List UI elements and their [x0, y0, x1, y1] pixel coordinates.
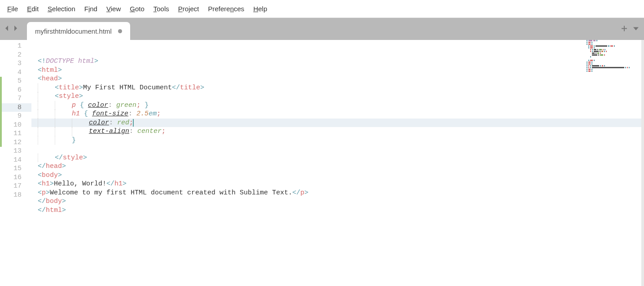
code-line[interactable]: <p>Welcome to my first HTML document cre…	[31, 189, 644, 198]
tab-dropdown-icon[interactable]	[632, 25, 640, 33]
line-number[interactable]: 16	[2, 173, 31, 182]
line-number[interactable]: 12	[2, 138, 31, 147]
code-line[interactable]: text-align: center;	[31, 127, 644, 136]
line-number[interactable]: 15	[2, 164, 31, 173]
menu-preferences[interactable]: Preferences	[203, 2, 249, 15]
vertical-scrollbar[interactable]	[641, 40, 644, 286]
dirty-indicator-icon	[118, 29, 122, 33]
menu-file[interactable]: File	[3, 2, 22, 15]
code-line[interactable]	[31, 145, 644, 154]
code-line[interactable]: }	[31, 136, 644, 145]
line-number[interactable]: 17	[2, 182, 31, 191]
code-line[interactable]: <!DOCTYPE html>	[31, 57, 644, 66]
tab-filename: myfirsthtmldocument.html	[35, 27, 112, 35]
menu-bar: FileEditSelectionFindViewGotoToolsProjec…	[0, 0, 644, 18]
line-number[interactable]: 4	[2, 68, 31, 77]
line-number[interactable]: 1	[2, 42, 31, 51]
line-number[interactable]: 5	[2, 77, 31, 86]
menu-help[interactable]: Help	[249, 2, 272, 15]
line-number[interactable]: 13	[2, 147, 31, 156]
tab-nav-arrows	[0, 18, 22, 40]
line-number[interactable]: 14	[2, 156, 31, 165]
line-number[interactable]: 9	[2, 112, 31, 121]
modification-bar	[0, 40, 2, 286]
code-line[interactable]: </head>	[31, 162, 644, 171]
code-line[interactable]: color: red;	[31, 119, 644, 128]
new-tab-icon[interactable]	[621, 25, 628, 33]
menu-find[interactable]: Find	[80, 2, 102, 15]
line-number[interactable]: 3	[2, 59, 31, 68]
line-number[interactable]: 7	[2, 94, 31, 103]
line-number[interactable]: 18	[2, 191, 31, 200]
file-tab[interactable]: myfirsthtmldocument.html	[27, 22, 130, 40]
menu-project[interactable]: Project	[174, 2, 204, 15]
code-line[interactable]: <body>	[31, 171, 644, 180]
line-number[interactable]: 11	[2, 129, 31, 138]
menu-selection[interactable]: Selection	[43, 2, 80, 15]
code-line[interactable]: </html>	[31, 206, 644, 215]
line-number-gutter[interactable]: 123456789101112131415161718	[2, 40, 31, 286]
code-line[interactable]: </body>	[31, 197, 644, 206]
line-number[interactable]: 2	[2, 51, 31, 60]
editor: 123456789101112131415161718 <!DOCTYPE ht…	[0, 40, 644, 286]
menu-edit[interactable]: Edit	[22, 2, 43, 15]
code-line[interactable]: <head>	[31, 75, 644, 84]
code-line[interactable]: <title>My First HTML Document</title>	[31, 84, 644, 92]
menu-goto[interactable]: Goto	[125, 2, 149, 15]
line-number[interactable]: 6	[2, 86, 31, 95]
nav-forward-icon[interactable]	[12, 25, 19, 33]
menu-view[interactable]: View	[102, 2, 125, 15]
text-cursor	[133, 119, 134, 127]
menu-tools[interactable]: Tools	[149, 2, 174, 15]
code-line[interactable]: <h1>Hello, World!</h1>	[31, 180, 644, 189]
code-area[interactable]: <!DOCTYPE html><html><head><title>My Fir…	[31, 40, 644, 286]
code-line[interactable]: p { color: green; }	[31, 101, 644, 110]
code-line[interactable]: </style>	[31, 154, 644, 163]
tab-bar: myfirsthtmldocument.html	[0, 18, 644, 40]
line-number[interactable]: 8	[2, 103, 31, 112]
line-number[interactable]: 10	[2, 121, 31, 130]
nav-back-icon[interactable]	[4, 25, 11, 33]
code-line[interactable]: <html>	[31, 66, 644, 75]
code-line[interactable]: <style>	[31, 92, 644, 101]
code-line[interactable]: h1 { font-size: 2.5em;	[31, 110, 644, 119]
